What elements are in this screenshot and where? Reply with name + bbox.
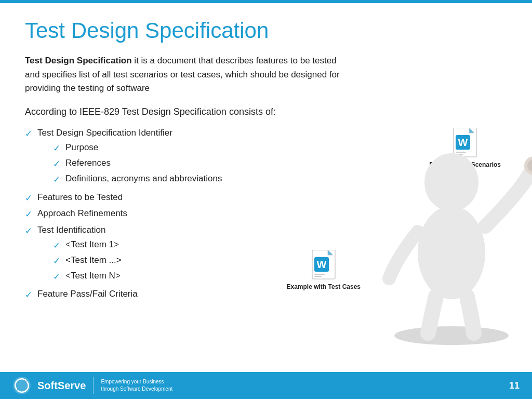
intro-paragraph: Test Design Specification it is a docume… [25,54,347,95]
sub-check-test1: ✓ [53,240,60,252]
svg-rect-13 [314,276,322,277]
list-item-2-label: Features to be Tested [37,191,123,204]
softserve-logo-icon [12,376,31,395]
footer-tagline-line1: Empowering your Business [101,378,172,385]
svg-point-14 [394,326,509,345]
check-icon-2: ✓ [25,192,32,205]
sub-list-item-test1: ✓ <Test Item 1> [53,238,122,252]
sub-check-definitions: ✓ [53,174,60,186]
check-icon-1: ✓ [25,128,32,140]
svg-rect-12 [314,274,325,275]
check-icon-3: ✓ [25,208,32,221]
figure-svg [361,97,532,346]
word-doc-cases-icon: W [310,250,337,281]
list-item-3-label: Approach Refinements [37,207,127,220]
slide-title: Test Design Specification [25,18,507,44]
doc-icon-cases-container: W Example with Test Cases [287,250,361,291]
sub-list-item-purpose: ✓ Purpose [53,141,222,155]
slide: Test Design Specification Test Design Sp… [0,0,532,399]
figure-3d-person [361,97,532,346]
svg-text:W: W [316,259,326,270]
footer-brand-name: SoftServe [37,380,86,392]
sub-label-test1: <Test Item 1> [65,238,119,251]
check-icon-5: ✓ [25,289,32,301]
sub-check-references: ✓ [53,158,60,170]
svg-point-15 [418,206,485,299]
sub-list-item-references: ✓ References [53,157,222,170]
sub-check-testn: ✓ [53,271,60,283]
footer: SoftServe Empowering your Business throu… [0,372,532,399]
sub-label-testn: <Test Item N> [65,270,121,282]
footer-page-number: 11 [509,380,520,391]
sub-check-test2: ✓ [53,255,60,268]
footer-tagline: Empowering your Business through Softwar… [101,378,172,393]
doc-cases-label: Example with Test Cases [287,283,361,291]
sub-label-references: References [65,157,111,169]
sub-list-item-testn: ✓ <Test Item N> [53,270,122,283]
sub-list-item-test2: ✓ <Test Item ...> [53,254,122,268]
sub-label-test2: <Test Item ...> [65,254,122,267]
sub-list-4: ✓ <Test Item 1> ✓ <Test Item ...> ✓ <Tes… [53,238,122,283]
slide-content: Test Design Specification Test Design Sp… [0,3,532,372]
check-icon-4: ✓ [25,225,32,237]
intro-bold-text: Test Design Specification [25,56,132,65]
footer-divider [93,377,94,394]
sub-label-purpose: Purpose [65,141,98,154]
sub-list-item-definitions: ✓ Definitions, acronyms and abbreviation… [53,172,222,186]
footer-logo: SoftServe [12,376,86,395]
sub-check-purpose: ✓ [53,142,60,155]
list-item-1-label: Test Design Specification Identifier [37,128,172,138]
sub-list-1: ✓ Purpose ✓ References ✓ Definitions, ac… [53,141,222,185]
footer-tagline-line2: through Software Development [101,385,172,393]
svg-point-17 [424,153,478,211]
list-item-4-label: Test Identification [37,225,105,235]
list-item-5-label: Feature Pass/Fail Criteria [37,288,138,300]
sub-label-definitions: Definitions, acronyms and abbreviations [65,172,222,185]
